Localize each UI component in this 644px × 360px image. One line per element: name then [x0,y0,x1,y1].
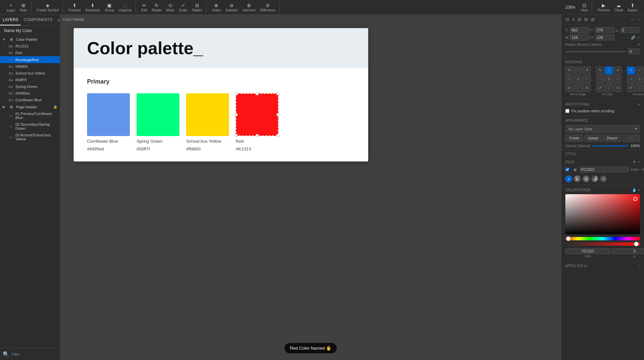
forward-button[interactable]: ⬆ Forward [66,1,83,13]
layer-00ff7f[interactable]: Aa #00ff7f [0,77,60,83]
project-name[interactable]: Name My Color [0,26,60,36]
rotate-button[interactable]: ↻ Rotate [150,1,163,13]
color-picker-add[interactable]: + [638,188,640,192]
fix-position-checkbox[interactable] [565,109,569,113]
layer-ffd800[interactable]: Aa #ffd800 [0,63,60,70]
pin-tr[interactable]: ↗ [583,67,591,75]
color-gradient-area[interactable] [565,194,640,234]
lock-ratio-icon[interactable]: 🔗 [631,35,636,40]
data-button[interactable]: ⊞ Data [18,1,29,13]
pv-mc[interactable]: ⊹ [636,75,644,83]
pin-tc[interactable]: ↑ [574,67,582,75]
flip-icon[interactable]: ⤢ [637,35,640,40]
pin-br[interactable]: ↘ [583,84,591,92]
hex-field[interactable] [565,248,611,254]
swatch-box-cornflower[interactable] [87,93,130,136]
swatch-cornflower[interactable]: Cornflower Blue #6495ed [87,93,130,151]
opacity-color-slider[interactable] [565,242,640,246]
fs-bc[interactable]: ↓ [605,84,613,92]
opacity-slider[interactable] [593,145,628,146]
insert-button[interactable]: ＋ Insert [5,1,17,14]
mask-button[interactable]: ⊙ Mask [164,1,176,13]
fs-br[interactable]: ↘ [614,84,622,92]
fs-ml[interactable]: ← [596,75,604,83]
pin-tl[interactable]: ↖ [565,67,573,75]
pv-tl[interactable]: ↖ [627,67,635,75]
layer-spring-green[interactable]: Aa Spring Green [0,83,60,90]
pin-bl[interactable]: ↙ [565,84,573,92]
angular-grad-icon[interactable]: ◑ [591,175,598,182]
swatch-yellow[interactable]: School bus Yellow #ffd800 [186,93,229,151]
create-symbol-button[interactable]: ◈ Create Symbol [34,1,61,13]
fs-tr[interactable]: ↗ [614,67,622,75]
pin-mc[interactable]: ⊹ [574,75,582,83]
difference-button[interactable]: ⊘ Difference [258,1,277,13]
cloud-button[interactable]: ☁ Cloud [612,1,625,13]
align-center-icon[interactable]: ≡ [572,17,575,22]
swatch-red[interactable]: Red #fc1313 [236,93,278,151]
preview-button[interactable]: ▶ Preview [595,1,612,13]
pv-bl[interactable]: ↙ [627,84,635,92]
fs-bl[interactable]: ↙ [596,84,604,92]
layer-red[interactable]: Aa Red [0,49,60,56]
more-style-button[interactable]: ··· [622,135,640,142]
layer-style-dropdown[interactable]: No Layer Style ▾ [565,125,640,133]
backward-button[interactable]: ⬇ Backward [83,1,102,13]
swatch-spring[interactable]: Spring Green #00ff7f [137,93,179,151]
proto-add-button[interactable]: + [637,102,640,107]
pv-ml[interactable]: ← [627,75,635,83]
layer-color-palette[interactable]: ▼ ▣ Color Palette [0,36,60,43]
h-field[interactable] [612,248,644,254]
more-align-icon[interactable]: ⊞ [591,17,595,22]
swatch-box-yellow[interactable] [186,93,229,136]
layer-6495ed[interactable]: Aa #6495ed [0,90,60,97]
detach-style-button[interactable]: Detach [603,135,621,142]
w-input[interactable] [570,34,589,40]
y-input[interactable] [595,27,615,33]
color-picker-eyedropper[interactable]: 💧 [632,188,637,192]
radial-grad-icon[interactable]: ◎ [583,175,589,182]
ungroup-button[interactable]: ▢ Ungroup [117,1,134,13]
hue-slider[interactable] [565,237,640,240]
fill-enabled-checkbox[interactable] [565,167,569,171]
swatch-box-spring[interactable] [137,93,179,136]
fs-mr[interactable]: → [614,75,622,83]
tab-layers[interactable]: LAYERS [0,15,21,25]
h-input[interactable] [595,34,615,40]
fs-tc[interactable]: ↑ [605,67,613,75]
flip-h-icon[interactable]: ↔ [630,17,635,22]
pv-tc[interactable]: ↑ [636,67,644,75]
layer-fc1313[interactable]: Aa #fc1313 [0,43,60,49]
layer-cornflower-blue[interactable]: Aa Cornflower Blue [0,97,60,103]
radius-slider-track[interactable] [565,51,626,52]
subtract-button[interactable]: ⊖ Subtract [223,1,240,13]
layer-rectangle-red[interactable]: ▭ RectangleRed [0,56,60,63]
fills-add-icon[interactable]: + [638,160,640,164]
tab-components[interactable]: COMPONENTS [21,15,55,25]
layer-03-accent[interactable]: ▭ 03 Accent/School bus Yellow [0,132,60,142]
pin-bc[interactable]: ↓ [574,84,582,92]
fill-hex-input[interactable] [579,166,629,172]
layer-school-bus[interactable]: Aa School bus Yellow [0,70,60,77]
flatten-button[interactable]: ⊟ Flatten [190,1,205,13]
edit-button[interactable]: ✏ Edit [139,1,149,13]
pin-ml[interactable]: ← [565,75,573,83]
pin-mr[interactable]: → [583,75,591,83]
align-right-icon[interactable]: ⊞ [577,17,581,22]
canvas-area[interactable]: Color Palette Color palette_ Primary Cor… [60,15,561,360]
pattern-icon[interactable]: ⊞ [600,175,607,182]
layer-02-secondary[interactable]: ▭ 02 Secondary/Spring Green [0,121,60,132]
intersect-button[interactable]: ⊗ Intersect [241,1,257,13]
layer-01-primary[interactable]: ▭ 01 Primary/Cornflower Blue [0,110,60,121]
update-style-button[interactable]: Update [584,135,602,142]
layer-page-header[interactable]: ▶ ▣ Page header 🔒 [0,103,60,110]
fs-tl[interactable]: ↖ [596,67,604,75]
apple-ios-header[interactable]: APPLE IOS UI › [565,264,640,268]
x-input[interactable] [570,27,589,33]
export-button[interactable]: ⬆ Export [626,1,639,13]
fs-mc[interactable]: ⊹ [605,75,613,83]
fills-settings-icon[interactable]: ⚙ [633,160,636,164]
linear-grad-icon[interactable]: ◐ [574,175,581,182]
swatch-box-red[interactable] [236,93,278,136]
pv-bc[interactable]: ↓ [636,84,644,92]
